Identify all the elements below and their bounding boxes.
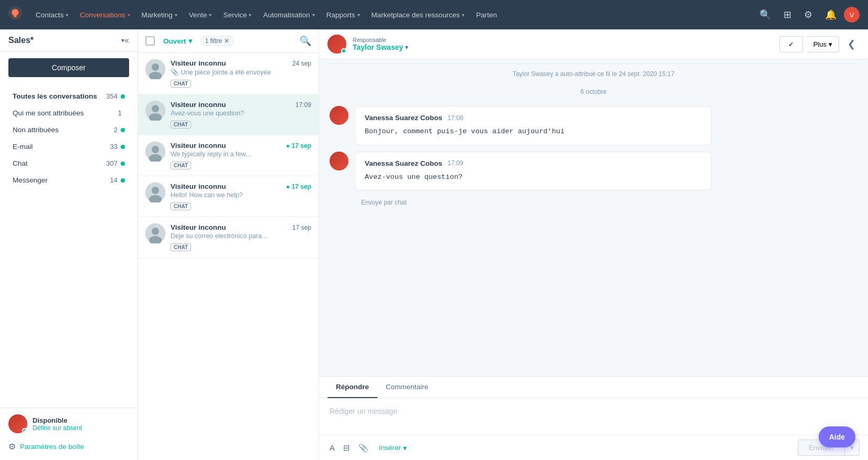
settings-row[interactable]: ⚙ Paramètres de boîte [8, 440, 129, 454]
sidebar-nav-item-2[interactable]: Non attribuées2 [4, 122, 133, 138]
name-chevron-icon[interactable]: ▾ [405, 44, 408, 51]
more-label: Plus [813, 40, 827, 48]
sidebar-nav-label: Messenger [13, 176, 110, 184]
nav-item-vente[interactable]: Vente▾ [184, 8, 217, 22]
sidebar-nav-count: 14 [110, 176, 118, 184]
conversations-scroll: Visiteur inconnu24 sep📎 Une pièce jointe… [138, 53, 319, 460]
conv-name: Visiteur inconnu [171, 183, 226, 190]
reply-placeholder: Rédiger un message [330, 407, 397, 415]
reply-compose-area[interactable]: Rédiger un message [319, 398, 868, 435]
check-icon: ✓ [788, 40, 794, 48]
sidebar-nav: Toutes les conversations354Qui me sont a… [0, 83, 137, 408]
conv-item-2[interactable]: Visiteur inconnu● 17 sepWe typically rep… [138, 135, 319, 176]
conv-preview: Avez-vous une question? [171, 110, 311, 117]
conv-name: Visiteur inconnu [171, 223, 226, 231]
conv-item-4[interactable]: Visiteur inconnu17 sepDeje su correo ele… [138, 217, 319, 258]
conv-body: Visiteur inconnu17 sepDeje su correo ele… [171, 223, 311, 251]
nav-item-marketing[interactable]: Marketing▾ [136, 8, 183, 22]
chat-contact-name: Taylor Swasey ▾ [353, 43, 773, 51]
user-info: Disponible Définir sur absent [33, 416, 129, 432]
settings-nav-icon[interactable]: ⚙ [799, 6, 818, 24]
conv-time: ● 17 sep [286, 183, 311, 190]
sidebar-nav-dot [121, 94, 125, 99]
sidebar-nav-item-3[interactable]: E-mail33 [4, 138, 133, 155]
font-format-icon[interactable]: A [327, 441, 337, 454]
contacts-chevron-icon: ▾ [66, 12, 68, 18]
svg-point-11 [152, 187, 159, 194]
marketplace-icon[interactable]: ⊞ [778, 6, 797, 24]
nav-item-conversations[interactable]: Conversations▾ [75, 8, 135, 22]
conv-list-header: Ouvert ▾ 1 filtre ✕ 🔍 [138, 29, 319, 53]
chat-collapse-button[interactable]: ❮ [843, 36, 860, 52]
sidebar-nav-label: Non attribuées [13, 126, 114, 134]
conv-tag: CHAT [171, 121, 191, 129]
sidebar-nav-label: Toutes les conversations [13, 92, 106, 100]
sent-via-label: Envoyé par chat [330, 197, 858, 210]
conv-preview: Hello! How can we help? [171, 191, 311, 199]
filter-open-button[interactable]: Ouvert ▾ [159, 35, 196, 47]
settings-gear-icon: ⚙ [8, 442, 16, 452]
sidebar-nav-item-4[interactable]: Chat307 [4, 155, 133, 172]
insert-button[interactable]: Insérer ▾ [375, 442, 411, 454]
message-avatar [330, 152, 348, 170]
filter-close-icon[interactable]: ✕ [224, 37, 229, 45]
more-format-icon[interactable]: ⊟ [341, 441, 352, 455]
svg-point-14 [152, 228, 159, 235]
compose-button[interactable]: Composer [8, 58, 129, 77]
chat-header-info: Responsable Taylor Swasey ▾ [353, 37, 773, 51]
sidebar-nav-label: Qui me sont attribuées [13, 109, 118, 117]
status-dot [22, 428, 27, 433]
sidebar-nav-item-5[interactable]: Messenger14 [4, 172, 133, 188]
tab-reply[interactable]: Répondre [327, 377, 377, 398]
conv-preview: Deje su correo electrónico para... [171, 232, 311, 240]
sidebar-nav-count: 33 [110, 143, 118, 151]
conv-time: ● 17 sep [286, 142, 311, 149]
svg-point-8 [152, 146, 159, 153]
sidebar-nav-dot [121, 178, 125, 183]
message-bubble: Vanessa Suarez Cobos 17:09 Avez-vous une… [355, 152, 712, 191]
message-row: Vanessa Suarez Cobos 17:09 Avez-vous une… [330, 152, 858, 191]
aide-button[interactable]: Aide [819, 426, 855, 447]
sidebar-nav-item-1[interactable]: Qui me sont attribuées1 [4, 105, 133, 121]
sidebar-nav-count: 1 [118, 109, 122, 117]
conv-item-0[interactable]: Visiteur inconnu24 sep📎 Une pièce jointe… [138, 53, 319, 94]
nav-item-parten[interactable]: Parten [471, 8, 502, 22]
set-absent-button[interactable]: Définir sur absent [33, 424, 129, 432]
conv-time: 24 sep [292, 60, 311, 67]
resolve-button[interactable]: ✓ [779, 36, 803, 52]
sidebar-nav-count: 2 [114, 126, 118, 134]
sidebar-nav-dot [121, 145, 125, 149]
hubspot-logo[interactable] [8, 6, 22, 23]
conv-avatar [145, 59, 165, 79]
conv-item-1[interactable]: Visiteur inconnu17:09Avez-vous une quest… [138, 94, 319, 135]
sidebar-nav-label: E-mail [13, 143, 110, 151]
sidebar-nav-dot [121, 128, 125, 132]
svg-point-5 [152, 105, 159, 112]
insert-chevron-icon: ▾ [403, 444, 407, 452]
notifications-icon[interactable]: 🔔 [820, 6, 842, 24]
system-message: Taylor Swasey a auto-attribué ce fil le … [330, 63, 858, 80]
more-button[interactable]: Plus ▾ [807, 36, 839, 52]
nav-item-marketplace[interactable]: Marketplace des ressources▾ [366, 8, 470, 22]
search-nav-icon[interactable]: 🔍 [754, 6, 776, 24]
sidebar-collapse-button[interactable]: « [124, 36, 129, 45]
select-all-checkbox[interactable] [145, 36, 155, 46]
conv-item-3[interactable]: Visiteur inconnu● 17 sepHello! How can w… [138, 176, 319, 217]
attachment-icon[interactable]: 📎 [356, 441, 371, 455]
message-author: Vanessa Suarez Cobos [365, 159, 442, 167]
nav-item-contacts[interactable]: Contacts▾ [30, 8, 73, 22]
sidebar-nav-label: Chat [13, 159, 106, 167]
vente-chevron-icon: ▾ [209, 12, 211, 18]
message-bubble: Vanessa Suarez Cobos 17:08 Bonjour, comm… [355, 106, 712, 145]
chat-messages: Taylor Swasey a auto-attribué ce fil le … [319, 59, 868, 376]
insert-label: Insérer [379, 444, 401, 452]
nav-item-service[interactable]: Service▾ [218, 8, 257, 22]
nav-item-automatisation[interactable]: Automatisation▾ [258, 8, 320, 22]
conv-search-button[interactable]: 🔍 [300, 35, 311, 47]
sidebar-nav-item-0[interactable]: Toutes les conversations354 [4, 88, 133, 104]
nav-item-rapports[interactable]: Rapports▾ [321, 8, 365, 22]
conv-preview: We typically reply in a few... [171, 151, 311, 158]
tab-comment[interactable]: Commentaire [377, 377, 437, 398]
user-menu-icon[interactable]: V [844, 7, 860, 23]
message-row: Vanessa Suarez Cobos 17:08 Bonjour, comm… [330, 106, 858, 145]
